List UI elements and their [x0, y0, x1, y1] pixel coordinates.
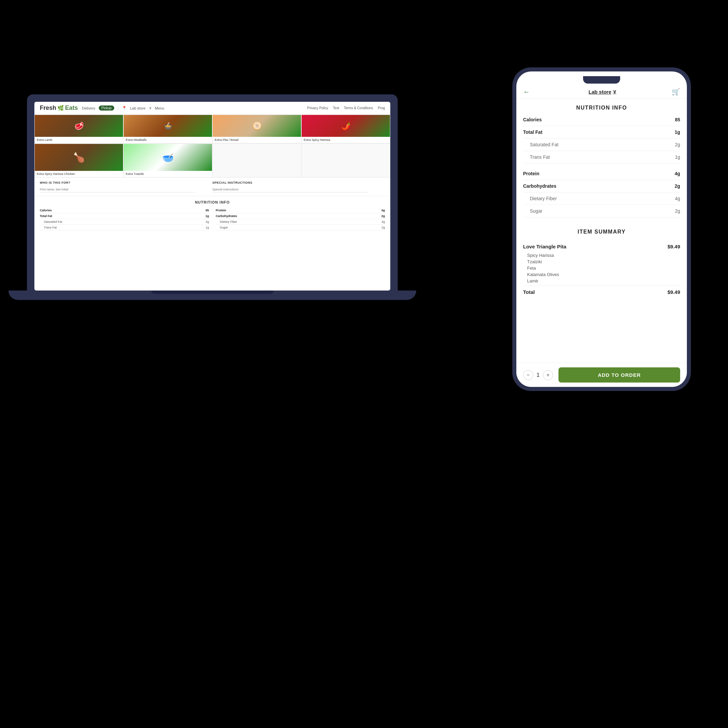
- phone: ← Lab store ∨ 🛒 NUTRITION INFO Calories …: [512, 67, 691, 391]
- saturated-fat-label: Saturated Fat: [44, 220, 62, 223]
- food-image-harissa: 🌶️: [302, 115, 390, 137]
- laptop-content: 🥩 Extra Lamb 🍲 Extra Meatballs 🫓 Extra P…: [34, 115, 390, 289]
- sugar-value: 2g: [382, 226, 385, 229]
- phone-carbs-label: Carbohydrates: [523, 184, 557, 189]
- nutrition-left-col: Calories 85 Total Fat 1g Saturated Fat 2…: [40, 208, 209, 231]
- fiber-row: Dietary Fiber 4g: [216, 219, 385, 225]
- phone-total-fat-value: 1g: [675, 129, 680, 135]
- store-link[interactable]: Lab store: [130, 106, 145, 110]
- phone-body: ← Lab store ∨ 🛒 NUTRITION INFO Calories …: [512, 67, 691, 391]
- food-grid-row2: 🍗 Extra Spicy Harissa Chicken 🥣 Extra Tz…: [34, 144, 390, 177]
- phone-ingredient-lamb: Lamb: [523, 278, 680, 284]
- laptop: Fresh 🌿 Eats Delivery Pickup | 📍 Lab sto…: [27, 94, 398, 347]
- pickup-badge[interactable]: Pickup: [99, 106, 114, 110]
- phone-item-summary: Love Triangle Pita $9.49 Spicy Harissa T…: [516, 241, 687, 298]
- phone-nutrition-table: Calories 85 Total Fat 1g Saturated Fat 2…: [516, 113, 687, 217]
- saturated-fat-value: 2g: [206, 220, 209, 223]
- food-image-chicken: 🍗: [35, 144, 123, 171]
- calories-row: Calories 85: [40, 208, 209, 213]
- store-title[interactable]: Lab store ∨: [533, 89, 672, 95]
- phone-nutrition-title: NUTRITION INFO: [516, 99, 687, 113]
- phone-sugar-label: Sugar: [530, 208, 542, 214]
- phone-saturated-fat-value: 2g: [675, 142, 680, 147]
- store-chevron-icon: ∨: [613, 89, 616, 95]
- quantity-display: 1: [537, 372, 540, 378]
- add-to-order-button[interactable]: ADD TO ORDER: [558, 367, 680, 382]
- laptop-navbar: Fresh 🌿 Eats Delivery Pickup | 📍 Lab sto…: [34, 102, 390, 115]
- saturated-fat-row: Saturated Fat 2g: [40, 219, 209, 225]
- order-form: WHO IS THIS FOR? SPECIAL INSTRUCTIONS: [34, 177, 390, 196]
- sugar-row: Sugar 2g: [216, 225, 385, 231]
- protein-label: Protein: [216, 209, 226, 212]
- phone-item-price: $9.49: [667, 244, 680, 249]
- quantity-decrease-button[interactable]: −: [523, 370, 533, 380]
- chevron-icon: ∨: [149, 106, 151, 110]
- who-for-input[interactable]: [40, 187, 195, 193]
- phone-total-fat-label: Total Fat: [523, 129, 542, 135]
- location-icon: 📍: [122, 106, 127, 110]
- prog-link[interactable]: Prog: [378, 106, 385, 110]
- nutrition-grid: Calories 85 Total Fat 1g Saturated Fat 2…: [40, 208, 385, 231]
- phone-ingredient-feta: Feta: [523, 265, 680, 271]
- phone-protein-label: Protein: [523, 171, 539, 176]
- phone-total-price: $9.49: [667, 289, 680, 295]
- logo-leaf-icon: 🌿: [57, 105, 64, 111]
- food-image-tzatziki: 🥣: [124, 144, 212, 171]
- calories-value: 85: [206, 209, 209, 212]
- store-name: Lab store: [589, 89, 612, 95]
- nutrition-spacer: [523, 164, 680, 168]
- nutrition-title: NUTRITION INFO: [40, 200, 385, 204]
- nutrition-right-col: Protein 4g Carbohydrates 2g Dietary Fibe…: [216, 208, 385, 231]
- who-for-field: WHO IS THIS FOR?: [40, 181, 213, 193]
- phone-trans-fat-label: Trans Fat: [530, 154, 550, 160]
- food-item-meatballs[interactable]: 🍲 Extra Meatballs: [123, 115, 213, 143]
- food-placeholder-3: [213, 144, 301, 177]
- phone-ingredient-olives: Kalamata Olives: [523, 271, 680, 278]
- quantity-increase-button[interactable]: +: [543, 370, 553, 380]
- laptop-base: [8, 291, 416, 300]
- food-label-pita: Extra Pita / Bread: [213, 137, 301, 143]
- laptop-nutrition: NUTRITION INFO Calories 85 Total Fat 1g: [34, 196, 390, 235]
- phone-total-row: Total $9.49: [523, 286, 680, 298]
- food-label-harissa: Extra Spicy Harissa: [302, 137, 390, 143]
- phone-notch: [583, 76, 620, 84]
- delivery-link[interactable]: Delivery: [82, 106, 95, 110]
- food-label-meatballs: Extra Meatballs: [124, 137, 212, 143]
- phone-carbs-value: 2g: [675, 184, 680, 189]
- phone-ingredient-tzatziki: Tzatziki: [523, 258, 680, 265]
- phone-item-name: Love Triangle Pita: [523, 244, 566, 249]
- laptop-screen: Fresh 🌿 Eats Delivery Pickup | 📍 Lab sto…: [34, 102, 390, 291]
- back-button[interactable]: ←: [523, 88, 530, 96]
- fiber-value: 4g: [382, 220, 385, 223]
- food-item-chicken[interactable]: 🍗 Extra Spicy Harissa Chicken: [34, 144, 123, 177]
- phone-screen: ← Lab store ∨ 🛒 NUTRITION INFO Calories …: [516, 72, 687, 387]
- total-fat-row: Total Fat 1g: [40, 213, 209, 219]
- total-fat-value: 1g: [205, 214, 209, 218]
- food-item-pita[interactable]: 🫓 Extra Pita / Bread: [213, 115, 301, 143]
- phone-ingredient-harissa: Spicy Harissa: [523, 252, 680, 258]
- phone-calories-value: 85: [675, 117, 680, 122]
- food-item-harissa[interactable]: 🌶️ Extra Spicy Harissa: [301, 115, 390, 143]
- phone-fiber-row: Dietary Fiber 4g: [523, 193, 680, 205]
- protein-value: 4g: [381, 209, 385, 212]
- cart-button[interactable]: 🛒: [672, 88, 680, 96]
- phone-fiber-label: Dietary Fiber: [530, 196, 557, 201]
- menu-link[interactable]: Menu: [155, 106, 164, 110]
- food-item-lamb[interactable]: 🥩 Extra Lamb: [34, 115, 123, 143]
- terms-link[interactable]: Terms & Conditions: [344, 106, 373, 110]
- phone-summary-title: ITEM SUMMARY: [516, 223, 687, 238]
- logo-eats: Eats: [65, 104, 78, 112]
- fiber-label: Dietary Fiber: [220, 220, 237, 223]
- carbs-label: Carbohydrates: [216, 214, 237, 218]
- phone-item-name-row: Love Triangle Pita $9.49: [523, 241, 680, 252]
- phone-fiber-value: 4g: [675, 196, 680, 201]
- trans-fat-value: 1g: [206, 226, 209, 229]
- phone-trans-fat-row: Trans Fat 1g: [523, 151, 680, 164]
- food-label-chicken: Extra Spicy Harissa Chicken: [35, 171, 123, 177]
- special-instructions-input[interactable]: [213, 187, 368, 193]
- trans-fat-label: Trans Fat: [44, 226, 57, 229]
- privacy-link[interactable]: Privacy Policy: [307, 106, 328, 110]
- food-item-tzatziki[interactable]: 🥣 Extra Tzatziki: [123, 144, 213, 177]
- quantity-control: − 1 +: [523, 370, 553, 380]
- test-link[interactable]: Test: [333, 106, 339, 110]
